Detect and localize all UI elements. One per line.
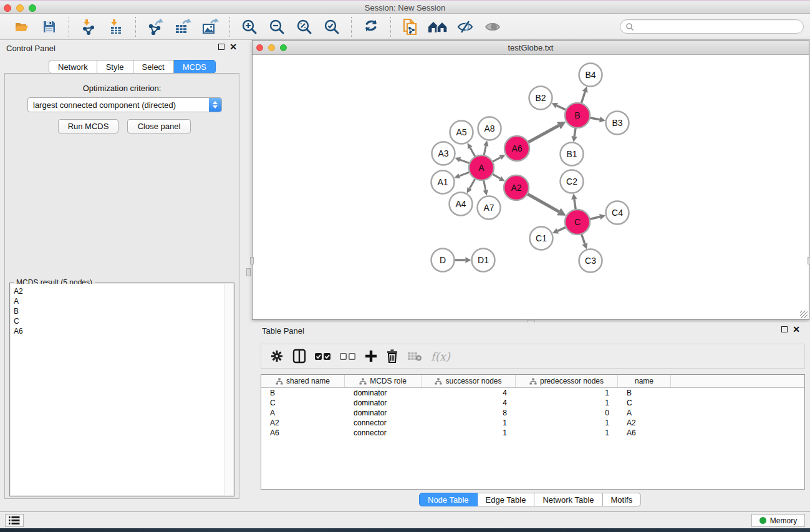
tab-edge-table[interactable]: Edge Table [478, 493, 535, 506]
cell-MCDS-role[interactable]: connector [345, 418, 422, 428]
table-float-panel-icon[interactable] [781, 326, 788, 332]
node-table[interactable]: shared nameMCDS rolesuccessor nodesprede… [261, 374, 805, 490]
zoom-in-icon[interactable] [238, 16, 261, 37]
cell-successor-nodes[interactable]: 4 [422, 398, 516, 408]
edge-C-C2[interactable] [574, 199, 576, 210]
refresh-layout-icon[interactable] [359, 16, 383, 37]
edge-B-B2[interactable] [557, 105, 566, 110]
columns-icon[interactable] [292, 349, 306, 364]
zoom-selected-icon[interactable] [320, 16, 344, 37]
edge-C-C3[interactable] [581, 234, 584, 244]
table-row[interactable]: A2connector11A2 [261, 418, 804, 428]
cell-MCDS-role[interactable]: dominator [345, 388, 422, 398]
cell-MCDS-role[interactable]: dominator [345, 408, 422, 418]
memory-button[interactable]: Memory [751, 514, 805, 527]
resize-grip-icon[interactable] [800, 311, 808, 318]
cell-shared-name[interactable]: A6 [261, 428, 345, 438]
clone-network-icon[interactable] [398, 16, 422, 37]
cell-predecessor-nodes[interactable]: 1 [516, 418, 618, 428]
right-edge-handle[interactable] [808, 257, 810, 264]
edge-B-B1[interactable] [574, 128, 576, 137]
home-icon[interactable] [426, 16, 450, 37]
result-item[interactable]: A [12, 296, 223, 306]
edge-B-B3[interactable] [590, 118, 600, 120]
criterion-select[interactable]: largest connected component (directed) [27, 97, 222, 112]
column-header-shared-name[interactable]: shared name [261, 375, 345, 387]
tab-network-table[interactable]: Network Table [534, 493, 602, 506]
hide-visual-icon[interactable] [453, 16, 477, 37]
edge-A-A4[interactable] [470, 178, 475, 188]
edge-A-A8[interactable] [484, 146, 486, 156]
network-window-titlebar[interactable]: testGlobe.txt [253, 41, 809, 55]
table-row[interactable]: Bdominator41B [261, 388, 804, 398]
edge-A-A6[interactable] [493, 157, 501, 162]
cell-MCDS-role[interactable]: connector [345, 428, 422, 438]
cell-successor-nodes[interactable]: 1 [422, 418, 516, 428]
cell-predecessor-nodes[interactable]: 1 [516, 388, 618, 398]
function-builder-icon[interactable]: f(x) [431, 350, 450, 363]
tab-style[interactable]: Style [97, 60, 133, 74]
cell-shared-name[interactable]: C [261, 398, 345, 408]
column-header-name[interactable]: name [618, 375, 671, 387]
network-graph[interactable]: B4B2BB3A5A8A6A3B1AA1C2A2A4A7C4CC1C3DD1 [253, 55, 809, 319]
table-row[interactable]: Cdominator41C [261, 398, 804, 408]
cell-name[interactable]: C [618, 398, 671, 408]
edge-C-C4[interactable] [589, 217, 600, 220]
column-header-predecessor-nodes[interactable]: predecessor nodes [516, 375, 618, 387]
result-item[interactable]: A2 [12, 286, 223, 296]
vertical-splitter-handle[interactable] [246, 268, 251, 276]
cell-shared-name[interactable]: A2 [261, 418, 345, 428]
zoom-out-icon[interactable] [265, 16, 289, 37]
gear-icon[interactable] [270, 349, 284, 363]
network-canvas[interactable]: B4B2BB3A5A8A6A3B1AA1C2A2A4A7C4CC1C3DD1 [253, 55, 809, 319]
table-close-panel-icon[interactable]: ✕ [793, 326, 800, 332]
preview-icon[interactable] [481, 16, 504, 37]
delete-column-icon[interactable] [407, 351, 422, 361]
tab-select[interactable]: Select [133, 60, 174, 74]
cell-predecessor-nodes[interactable]: 0 [516, 408, 618, 418]
delete-icon[interactable] [386, 349, 398, 363]
cell-shared-name[interactable]: B [261, 388, 345, 398]
edge-A-A3[interactable] [460, 160, 470, 163]
clear-checkboxes-icon[interactable] [340, 352, 356, 360]
column-header-MCDS-role[interactable]: MCDS role [345, 375, 422, 387]
cell-successor-nodes[interactable]: 8 [422, 408, 516, 418]
cell-predecessor-nodes[interactable]: 1 [516, 428, 618, 438]
cell-shared-name[interactable]: A [261, 408, 345, 418]
zoom-fit-icon[interactable] [292, 16, 316, 37]
edge-A6-B[interactable] [528, 125, 559, 142]
column-header-successor-nodes[interactable]: successor nodes [422, 375, 516, 387]
select-all-checkboxes-icon[interactable] [315, 352, 331, 360]
cell-name[interactable]: A [618, 408, 671, 418]
cell-successor-nodes[interactable]: 4 [422, 388, 516, 398]
table-row[interactable]: Adominator80A [261, 408, 804, 418]
add-icon[interactable] [365, 350, 377, 362]
float-panel-icon[interactable] [218, 44, 224, 50]
left-edge-handle[interactable] [250, 257, 254, 264]
tab-node-table[interactable]: Node Table [419, 493, 478, 506]
mcds-result-list[interactable]: A2ABCA6 [11, 284, 224, 495]
search-field[interactable] [620, 19, 804, 34]
close-panel-button[interactable]: Close panel [127, 119, 191, 133]
edge-C-C1[interactable] [557, 227, 566, 231]
table-row[interactable]: A6connector11A6 [261, 428, 804, 438]
edge-A2-C[interactable] [527, 194, 559, 212]
cell-name[interactable]: B [618, 388, 671, 398]
edge-A-A1[interactable] [460, 172, 470, 176]
export-table-icon[interactable] [171, 16, 195, 37]
close-panel-icon[interactable]: ✕ [229, 44, 237, 50]
import-table-icon[interactable] [104, 16, 128, 37]
tab-network[interactable]: Network [49, 60, 97, 74]
export-image-icon[interactable] [198, 16, 222, 37]
cell-predecessor-nodes[interactable]: 1 [516, 398, 618, 408]
tab-mcds[interactable]: MCDS [174, 60, 216, 74]
result-item[interactable]: C [12, 316, 223, 326]
cell-name[interactable]: A2 [618, 418, 671, 428]
import-network-icon[interactable] [77, 16, 100, 37]
run-mcds-button[interactable]: Run MCDS [58, 119, 118, 133]
cell-name[interactable]: A6 [618, 428, 671, 438]
export-network-icon[interactable] [143, 16, 167, 37]
tab-motifs[interactable]: Motifs [603, 493, 642, 506]
save-session-icon[interactable] [37, 16, 61, 37]
result-item[interactable]: B [12, 306, 223, 316]
